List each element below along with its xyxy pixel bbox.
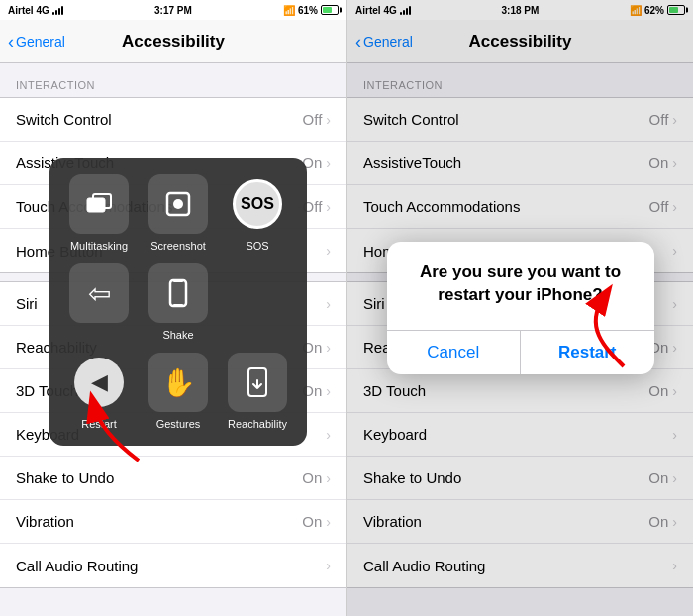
popup-label: Multitasking <box>70 240 128 252</box>
popup-item-reachability[interactable]: Reachability <box>224 353 291 430</box>
chevron-icon: › <box>326 112 331 128</box>
popup-label: Reachability <box>228 418 287 430</box>
shake-icon <box>148 263 208 323</box>
row-label: Siri <box>16 295 38 312</box>
row-right: › <box>326 243 331 258</box>
popup-item-multitasking[interactable]: Multitasking <box>65 174 133 252</box>
row-vibration-left[interactable]: Vibration On › <box>0 500 346 544</box>
popup-item-restart[interactable]: ◀ Restart <box>65 353 133 430</box>
row-right: › <box>326 427 331 443</box>
row-value: On <box>302 513 322 530</box>
section-header-left: INTERACTION <box>0 63 346 97</box>
svg-rect-4 <box>170 280 186 306</box>
svg-rect-5 <box>173 280 183 282</box>
chevron-icon: › <box>326 383 331 399</box>
popup-item-shake[interactable]: Shake <box>145 263 212 341</box>
svg-rect-0 <box>87 198 105 212</box>
assistivetouch-popup: Multitasking Screenshot SOS SOS <box>50 158 307 446</box>
chevron-icon: › <box>326 199 331 215</box>
left-panel: Airtel 4G 3:17 PM 📶 61% ‹ General Access… <box>0 0 346 616</box>
dialog-overlay: Are you sure you want to restart your iP… <box>347 0 693 616</box>
chevron-icon: › <box>326 514 331 530</box>
multitasking-icon <box>69 174 129 234</box>
dialog-body: Are you sure you want to restart your iP… <box>387 242 654 329</box>
signal-icon <box>52 6 63 15</box>
row-right: On › <box>302 513 331 530</box>
dialog-buttons: Cancel Restart <box>387 330 654 374</box>
cancel-button[interactable]: Cancel <box>387 331 521 374</box>
row-right: On › <box>302 469 331 486</box>
chevron-left-icon: ‹ <box>8 33 14 51</box>
row-right: › <box>326 296 331 312</box>
time-left: 3:17 PM <box>154 5 192 16</box>
screenshot-icon <box>148 174 208 234</box>
chevron-icon: › <box>326 470 331 486</box>
row-value: Off <box>303 111 323 128</box>
wifi-icon: 📶 <box>283 5 295 16</box>
row-label: Switch Control <box>16 111 112 128</box>
chevron-icon: › <box>326 558 331 573</box>
popup-item-empty <box>224 263 291 341</box>
back-icon: ⇦ <box>69 263 129 323</box>
svg-point-3 <box>173 199 183 209</box>
popup-label: SOS <box>246 240 268 252</box>
row-value: On <box>302 469 322 486</box>
gestures-icon: ✋ <box>148 353 208 412</box>
back-button-left[interactable]: ‹ General <box>8 33 65 51</box>
sos-icon: SOS <box>228 174 287 234</box>
chevron-icon: › <box>326 296 331 312</box>
chevron-icon: › <box>326 155 331 171</box>
popup-label: Restart <box>81 418 116 430</box>
status-bar-left: Airtel 4G 3:17 PM 📶 61% <box>0 0 346 20</box>
popup-item-screenshot[interactable]: Screenshot <box>145 174 212 252</box>
restart-dialog: Are you sure you want to restart your iP… <box>387 242 654 373</box>
row-right: Off › <box>303 111 331 128</box>
right-panel: Airtel 4G 3:18 PM 📶 62% ‹ General Access… <box>346 0 693 616</box>
dialog-title: Are you sure you want to restart your iP… <box>403 261 639 305</box>
row-right: › <box>326 558 331 573</box>
popup-label: Screenshot <box>150 240 206 252</box>
status-left: Airtel 4G <box>8 5 63 16</box>
chevron-icon: › <box>326 243 331 258</box>
row-label: Call Audio Routing <box>16 558 138 574</box>
popup-grid: Multitasking Screenshot SOS SOS <box>65 174 291 430</box>
svg-rect-6 <box>173 304 183 306</box>
popup-item-sos[interactable]: SOS SOS <box>224 174 291 252</box>
restart-icon: ◀ <box>69 353 129 412</box>
popup-label: Gestures <box>156 418 201 430</box>
row-label: Shake to Undo <box>16 469 114 486</box>
row-shake-left[interactable]: Shake to Undo On › <box>0 457 346 500</box>
battery-icon-left <box>321 5 339 15</box>
battery-pct-left: 61% <box>298 5 318 16</box>
back-label-left: General <box>16 34 65 50</box>
chevron-icon: › <box>326 427 331 443</box>
popup-item-gestures[interactable]: ✋ Gestures <box>145 353 212 430</box>
row-switch-control-left[interactable]: Switch Control Off › <box>0 98 346 142</box>
nav-bar-left: ‹ General Accessibility <box>0 20 346 63</box>
carrier-left: Airtel <box>8 5 34 16</box>
status-right-left: 📶 61% <box>283 5 339 16</box>
popup-item-back[interactable]: ⇦ <box>65 263 133 341</box>
nav-title-left: Accessibility <box>122 32 225 51</box>
network-left: 4G <box>37 5 50 16</box>
restart-button[interactable]: Restart <box>520 331 654 374</box>
row-call-left[interactable]: Call Audio Routing › <box>0 544 346 587</box>
chevron-icon: › <box>326 340 331 356</box>
popup-label: Shake <box>162 329 193 341</box>
row-label: Vibration <box>16 513 74 530</box>
reachability-icon <box>228 353 287 412</box>
